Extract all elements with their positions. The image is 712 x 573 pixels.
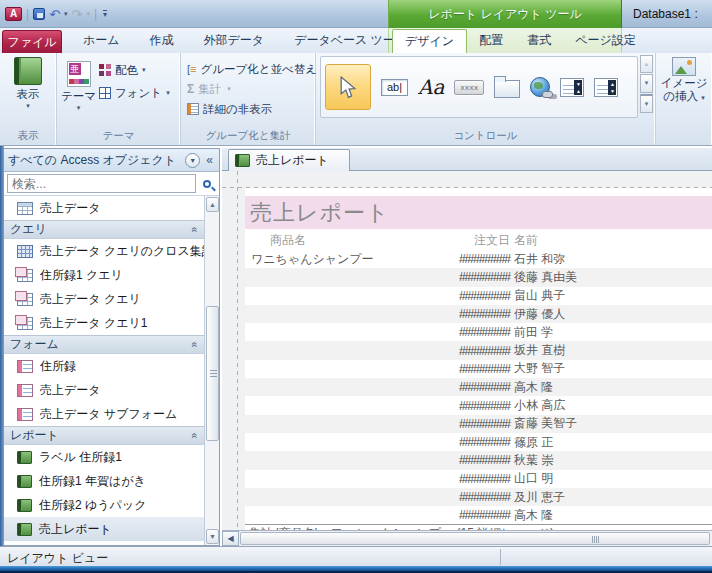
nav-item[interactable]: 売上データ サブフォーム [4,402,204,426]
cell-name[interactable]: 後藤 真由美 [510,269,577,286]
gallery-scroll-down-icon[interactable]: ▼ [640,74,653,92]
column-header-name[interactable]: 名前 [510,232,538,249]
nav-section-header[interactable]: クエリ« [4,220,204,239]
table-row[interactable]: #########伊藤 優人 [245,305,712,323]
tab-contextual-1[interactable]: 配置 [467,28,515,53]
fonts-button[interactable]: フォント ▾ [99,84,170,102]
nav-section-header[interactable]: フォーム« [4,335,204,354]
cell-name[interactable]: 坂井 直樹 [510,342,565,359]
nav-scrollbar-thumb[interactable] [206,306,219,441]
cell-date-overflow[interactable]: ######### [450,490,510,504]
document-tab[interactable]: 売上レポート [228,149,350,171]
table-row[interactable]: #########高木 隆 [245,506,712,524]
cell-date-overflow[interactable]: ######### [450,380,510,394]
cell-name[interactable]: 畠山 典子 [510,287,565,304]
cell-date-overflow[interactable]: ######### [450,252,510,266]
cell-date-overflow[interactable]: ######### [450,344,510,358]
table-row[interactable]: #########坂井 直樹 [245,341,712,359]
access-app-icon[interactable]: A [5,7,22,21]
nav-scrollbar[interactable]: ▲ ▼ [204,196,219,545]
undo-dropdown-icon[interactable]: ▾ [64,10,68,18]
cell-date-overflow[interactable]: ######### [450,325,510,339]
cell-date-overflow[interactable]: ######### [450,307,510,321]
button-control-button[interactable]: xxxx [454,80,484,95]
file-tab[interactable]: ファイル [2,30,62,53]
nav-item[interactable]: 売上データ クエリ [4,287,204,311]
report-title-band[interactable]: 売上レポート [245,196,712,229]
cell-name[interactable]: 山口 明 [510,470,553,487]
navigation-pane-header[interactable]: すべての Access オブジェクト ▼ « [4,149,219,172]
tab-control-button[interactable] [494,80,520,98]
column-header-date[interactable]: 注文日 [450,232,510,249]
save-icon[interactable] [33,8,45,20]
nav-item[interactable]: 売上データ クエリ1 [4,311,204,335]
shutter-close-icon[interactable]: « [204,153,215,168]
cell-name[interactable]: 大野 智子 [510,360,565,377]
cell-name[interactable]: 前田 学 [510,324,553,341]
cell-date-overflow[interactable]: ######### [450,399,510,413]
tab-contextual-0[interactable]: デザイン [392,29,467,53]
cell-name[interactable]: 斎藤 美智子 [510,415,577,432]
collapse-chevron-icon[interactable]: « [190,433,201,439]
horizontal-scrollbar-thumb[interactable] [240,532,710,545]
hyperlink-control-button[interactable] [530,77,550,97]
table-row[interactable]: #########前田 学 [245,323,712,341]
nav-item[interactable]: 住所録 [4,354,204,378]
table-row[interactable]: #########及川 恵子 [245,488,712,506]
gallery-more-icon[interactable]: ▼ [640,94,653,113]
nav-item[interactable]: 売上データ クエリのクロス集計 [4,239,204,263]
select-control-button[interactable] [325,64,371,110]
nav-item[interactable]: ラベル 住所録1 [4,445,204,469]
table-row[interactable]: #########篠原 正 [245,433,712,451]
cell-product[interactable]: ワニちゃんシャンプー [245,251,450,268]
colors-button[interactable]: 配色 ▾ [99,61,170,79]
group-sort-button[interactable]: [≡ グループ化と並べ替え [187,59,315,79]
cell-date-overflow[interactable]: ######### [450,289,510,303]
table-row[interactable]: #########秋葉 崇 [245,451,712,469]
textbox-control-button[interactable]: ab| [381,79,408,96]
nav-item[interactable]: 売上データ [4,196,204,220]
column-header-product[interactable]: 商品名 [245,232,450,249]
cell-name[interactable]: 高木 隆 [510,379,553,396]
tab-main-1[interactable]: 作成 [135,28,189,53]
cell-name[interactable]: 高木 隆 [510,507,553,524]
table-row[interactable]: #########畠山 典子 [245,287,712,305]
scroll-down-icon[interactable]: ▼ [206,529,219,544]
collapse-chevron-icon[interactable]: « [190,227,201,233]
cell-date-overflow[interactable]: ######### [450,508,510,522]
nav-item[interactable]: 売上レポート [4,517,204,541]
table-row[interactable]: #########後藤 真由美 [245,268,712,286]
nav-item[interactable]: 住所録1 クエリ [4,263,204,287]
scroll-left-icon[interactable]: ◀ [222,531,239,546]
table-row[interactable]: #########斎藤 美智子 [245,415,712,433]
cell-date-overflow[interactable]: ######### [450,435,510,449]
qat-customize-icon[interactable]: ▾ [103,10,107,19]
horizontal-scrollbar[interactable]: ◀ [222,530,712,546]
cell-date-overflow[interactable]: ######### [450,270,510,284]
label-control-button[interactable]: Aa [418,77,444,97]
cell-date-overflow[interactable]: ######### [450,453,510,467]
cell-date-overflow[interactable]: ######### [450,472,510,486]
report-canvas[interactable]: 売上レポート 商品名 注文日 名前 ワニちゃんシャンプー#########石井 … [245,188,712,530]
nav-section-header[interactable]: レポート« [4,426,204,445]
table-row[interactable]: #########山口 明 [245,470,712,488]
cell-date-overflow[interactable]: ######### [450,417,510,431]
cell-name[interactable]: 及川 恵子 [510,489,565,506]
undo-icon[interactable]: ↶ [49,8,60,21]
nav-item[interactable]: 住所録1 年賀はがき [4,469,204,493]
table-row[interactable]: ワニちゃんシャンプー#########石井 和弥 [245,250,712,268]
listbox-control-button[interactable] [594,78,618,97]
table-row[interactable]: #########小林 高広 [245,396,712,414]
scroll-up-icon[interactable]: ▲ [206,197,219,212]
table-row[interactable]: #########大野 智子 [245,360,712,378]
combobox-control-button[interactable] [560,78,584,97]
cell-name[interactable]: 小林 高広 [510,397,565,414]
cell-name[interactable]: 伊藤 優人 [510,306,565,323]
search-input[interactable] [7,174,196,193]
tab-contextual-3[interactable]: ページ設定 [563,28,648,53]
nav-item[interactable]: 売上データ [4,378,204,402]
search-button[interactable] [198,174,216,193]
report-title[interactable]: 売上レポート [245,198,390,228]
tab-main-2[interactable]: 外部データ [189,28,280,53]
tab-contextual-2[interactable]: 書式 [515,28,563,53]
